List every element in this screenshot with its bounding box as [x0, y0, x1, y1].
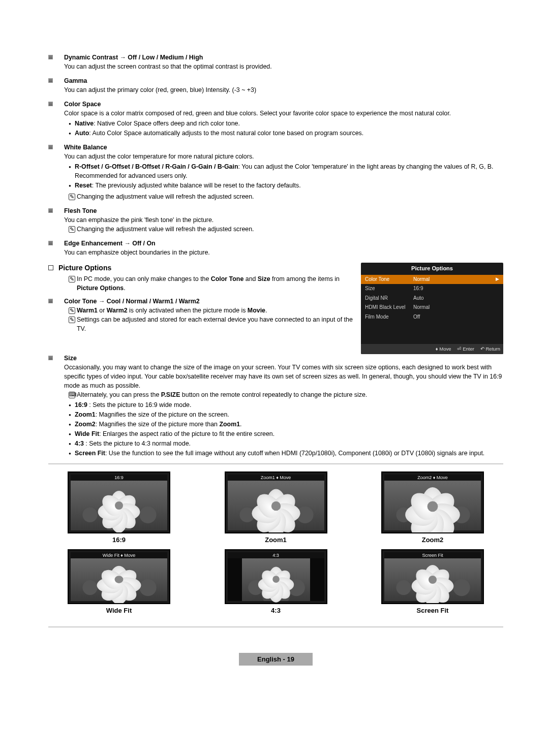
return-hint: ↶ Return [480, 345, 500, 353]
tile-label: 16:9 [60, 536, 177, 545]
bullet-list: Native: Native Color Space offers deep a… [48, 119, 503, 138]
item-dynamic-contrast: Dynamic Contrast → Off / Low / Medium / … [48, 53, 503, 72]
body-text: You can emphasize object boundaries in t… [64, 248, 503, 258]
item-flesh-tone: Flesh Tone You can emphasize the pink 'f… [48, 207, 503, 234]
tile-16-9: 16:9 16:9 [60, 471, 177, 545]
bullet-icon [48, 78, 53, 83]
note: In PC mode, you can only make changes to… [69, 275, 355, 293]
list-item: Zoom2: Magnifies the size of the picture… [75, 420, 503, 429]
osd-panel: Picture Options Color ToneNormal▶ Size16… [361, 263, 503, 354]
heading: Color Space [64, 100, 101, 109]
note: Settings can be adjusted and stored for … [69, 316, 355, 334]
bullet-icon [48, 55, 53, 59]
band-label: Wide Fit ♦ Move [71, 552, 167, 558]
list-item: 16:9 : Sets the picture to 16:9 wide mod… [75, 401, 503, 410]
bullet-icon [48, 356, 53, 360]
chevron-right-icon: ▶ [496, 276, 499, 284]
bullet-list: 16:9 : Sets the picture to 16:9 wide mod… [48, 401, 503, 458]
note: Changing the adjustment value will refre… [69, 225, 503, 234]
bullet-icon [48, 102, 53, 106]
body-text: You can adjust the color temperature for… [64, 152, 503, 162]
tile-wide-fit: Wide Fit ♦ Move Wide Fit [60, 549, 177, 616]
list-item: Native: Native Color Space offers deep a… [75, 119, 503, 129]
tile-label: Zoom1 [218, 536, 334, 545]
heading: Dynamic Contrast → Off / Low / Medium / … [64, 53, 203, 62]
heading: Gamma [64, 77, 87, 86]
band-label: 4:3 [228, 552, 324, 558]
body-text: You can adjust the screen contrast so th… [64, 62, 503, 72]
tile-label: 4:3 [218, 606, 334, 616]
band-label: Screen Fit [384, 552, 481, 558]
band-label: 16:9 [71, 475, 167, 481]
tile-label: Wide Fit [60, 606, 177, 616]
osd-footer: ♦ Move ⏎ Enter ↶ Return [361, 344, 503, 354]
item-color-tone: Color Tone → Cool / Normal / Warm1 / War… [48, 297, 355, 334]
osd-row: HDMI Black LevelNormal [361, 303, 503, 312]
heading: Size [64, 354, 77, 363]
size-gallery: 16:9 16:9 Zoom1 ♦ Move Zoom1 Zoom2 ♦ Mov… [48, 463, 503, 628]
info: Alternately, you can press the P.SIZE bu… [69, 391, 503, 400]
tile-4-3: 4:3 4:3 [218, 549, 334, 616]
note: Changing the adjustment value will refre… [69, 193, 503, 202]
tile-label: Screen Fit [374, 606, 491, 616]
enter-hint: ⏎ Enter [457, 345, 474, 353]
bullet-icon [48, 145, 53, 149]
osd-row: Digital NRAuto [361, 294, 503, 303]
item-gamma: Gamma You can adjust the primary color (… [48, 77, 503, 95]
bullet-list: R-Offset / G-Offset / B-Offset / R-Gain … [48, 163, 503, 191]
tile-zoom1: Zoom1 ♦ Move Zoom1 [218, 471, 334, 545]
tile-screen-fit: Screen Fit Screen Fit [374, 549, 491, 616]
band-label: Zoom1 ♦ Move [228, 475, 324, 481]
list-item: Auto: Auto Color Space automatically adj… [75, 129, 503, 138]
list-item: 4:3 : Sets the picture to 4:3 normal mod… [75, 439, 503, 449]
bullet-icon [48, 299, 53, 303]
note: Warm1 or Warm2 is only activated when th… [69, 306, 355, 316]
bullet-icon [48, 241, 53, 245]
list-item: Zoom1: Magnifies the size of the picture… [75, 411, 503, 420]
body-text: Color space is a color matrix composed o… [64, 109, 503, 118]
list-item: Screen Fit: Use the function to see the … [75, 449, 503, 458]
heading: Flesh Tone [64, 207, 97, 216]
heading: Edge Enhancement → Off / On [64, 239, 156, 248]
list-item: Wide Fit: Enlarges the aspect ratio of t… [75, 430, 503, 439]
osd-row-selected: Color ToneNormal▶ [361, 275, 503, 285]
osd-row: Size16:9 [361, 284, 503, 294]
move-hint: ♦ Move [436, 345, 451, 353]
heading: White Balance [64, 143, 107, 152]
band-label: Zoom2 ♦ Move [384, 475, 481, 481]
osd-row: Film ModeOff [361, 312, 503, 322]
page-number: English - 19 [239, 653, 313, 666]
list-item: R-Offset / G-Offset / B-Offset / R-Gain … [75, 163, 503, 181]
item-color-space: Color Space Color space is a color matri… [48, 100, 503, 138]
bullet-icon [48, 208, 53, 213]
heading: Color Tone → Cool / Normal / Warm1 / War… [64, 297, 200, 306]
item-size: Size Occasionally, you may want to chang… [48, 354, 503, 458]
page-footer: English - 19 [48, 655, 503, 665]
body-text: You can adjust the primary color (red, g… [64, 86, 503, 95]
item-edge-enhancement: Edge Enhancement → Off / On You can emph… [48, 239, 503, 258]
body-text: You can emphasize the pink 'flesh tone' … [64, 216, 503, 225]
body-text: Occasionally, you may want to change the… [64, 363, 503, 391]
tile-label: Zoom2 [374, 536, 491, 545]
tile-zoom2: Zoom2 ♦ Move Zoom2 [374, 471, 491, 545]
section-heading: Picture Options [58, 263, 111, 273]
list-item: Reset: The previously adjusted white bal… [75, 181, 503, 191]
osd-title: Picture Options [361, 263, 503, 275]
section-icon [48, 265, 53, 270]
item-white-balance: White Balance You can adjust the color t… [48, 143, 503, 202]
